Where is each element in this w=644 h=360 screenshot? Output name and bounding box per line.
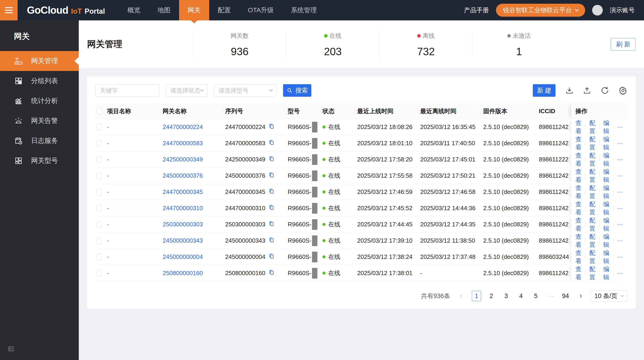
action-link[interactable]: 编辑: [603, 233, 610, 249]
action-link[interactable]: 编辑: [603, 184, 610, 200]
copy-icon[interactable]: [268, 204, 275, 212]
product-manual-link[interactable]: 产品手册: [464, 6, 489, 14]
project-name-link[interactable]: -: [107, 270, 109, 277]
more-actions-button[interactable]: ···: [617, 253, 623, 261]
project-name-link[interactable]: -: [107, 221, 109, 228]
page-button-4[interactable]: 4: [516, 291, 526, 301]
action-link[interactable]: 配置: [589, 184, 596, 200]
copy-icon[interactable]: [268, 139, 275, 147]
action-link[interactable]: 配置: [589, 135, 596, 151]
next-page-button[interactable]: [576, 291, 585, 301]
select-all-checkbox[interactable]: [97, 108, 102, 115]
more-actions-button[interactable]: ···: [617, 188, 623, 196]
collapse-sidebar-button[interactable]: [6, 344, 16, 354]
row-checkbox[interactable]: [97, 172, 102, 179]
copy-icon[interactable]: [268, 155, 275, 163]
sidebar-item-gateway-model[interactable]: 网关型号: [0, 151, 79, 171]
keyword-input[interactable]: [96, 84, 160, 97]
column-settings-gear-icon[interactable]: [618, 86, 627, 95]
action-link[interactable]: 配置: [589, 151, 596, 168]
gateway-name-link[interactable]: 244700000224: [162, 123, 203, 131]
action-link[interactable]: 查看: [576, 168, 582, 184]
nav-item-config[interactable]: 配置: [209, 0, 239, 21]
action-link[interactable]: 配置: [589, 119, 596, 135]
sidebar-item-statistics[interactable]: 统计分析: [0, 91, 79, 111]
row-checkbox[interactable]: [97, 189, 102, 195]
gateway-name-link[interactable]: 245000000376: [162, 172, 203, 179]
more-actions-button[interactable]: ···: [617, 205, 623, 212]
hamburger-menu-button[interactable]: [0, 0, 18, 21]
action-link[interactable]: 配置: [589, 249, 596, 265]
copy-icon[interactable]: [268, 269, 275, 277]
model-select[interactable]: 请选择型号: [214, 84, 276, 97]
action-link[interactable]: 查看: [576, 200, 582, 216]
status-select[interactable]: 请选择状态: [166, 84, 208, 97]
gateway-name-link[interactable]: 242500000349: [162, 156, 203, 163]
export-upload-icon[interactable]: [583, 86, 591, 95]
action-link[interactable]: 查看: [576, 249, 582, 265]
action-link[interactable]: 配置: [589, 200, 596, 216]
action-link[interactable]: 配置: [589, 233, 596, 249]
project-name-link[interactable]: -: [107, 188, 109, 196]
nav-item-overview[interactable]: 概览: [119, 0, 149, 21]
platform-selector[interactable]: 锐谷智联工业物联云平台: [496, 4, 585, 17]
copy-icon[interactable]: [268, 123, 275, 131]
action-link[interactable]: 查看: [576, 184, 582, 200]
action-link[interactable]: 查看: [576, 265, 582, 281]
sidebar-item-gateway-management[interactable]: 网关管理: [0, 51, 79, 71]
action-link[interactable]: 查看: [576, 119, 582, 135]
copy-icon[interactable]: [268, 172, 275, 180]
action-link[interactable]: 查看: [576, 135, 582, 151]
import-download-icon[interactable]: [565, 86, 574, 95]
gateway-name-link[interactable]: 244700000345: [162, 188, 203, 196]
more-actions-button[interactable]: ···: [617, 237, 623, 244]
page-size-select[interactable]: 10 条/页: [590, 290, 627, 302]
nav-item-gateway[interactable]: 网关: [179, 0, 209, 21]
row-checkbox[interactable]: [97, 140, 102, 147]
create-button[interactable]: 新 建: [533, 84, 556, 97]
avatar[interactable]: [592, 5, 603, 16]
row-checkbox[interactable]: [97, 270, 102, 276]
refresh-icon[interactable]: [600, 86, 609, 95]
action-link[interactable]: 编辑: [603, 200, 610, 216]
sidebar-item-log-service[interactable]: 日志服务: [0, 131, 79, 151]
gateway-name-link[interactable]: 250800000160: [162, 270, 203, 277]
gateway-name-link[interactable]: 245000000343: [162, 237, 203, 244]
refresh-button[interactable]: 刷 新: [611, 38, 636, 51]
project-name-link[interactable]: -: [107, 156, 109, 163]
page-ellipsis[interactable]: ···: [546, 291, 555, 301]
action-link[interactable]: 编辑: [603, 151, 610, 168]
more-actions-button[interactable]: ···: [617, 270, 623, 277]
action-link[interactable]: 编辑: [603, 135, 610, 151]
action-link[interactable]: 查看: [576, 216, 582, 233]
copy-icon[interactable]: [268, 220, 275, 229]
row-checkbox[interactable]: [97, 238, 102, 244]
project-name-link[interactable]: -: [107, 172, 109, 179]
prev-page-button[interactable]: [457, 291, 466, 301]
project-name-link[interactable]: -: [107, 123, 109, 131]
sidebar-item-gateway-alarm[interactable]: 网关告警: [0, 111, 79, 131]
copy-icon[interactable]: [268, 237, 275, 245]
copy-icon[interactable]: [268, 253, 275, 261]
more-actions-button[interactable]: ···: [617, 140, 623, 147]
action-link[interactable]: 配置: [589, 168, 596, 184]
more-actions-button[interactable]: ···: [617, 156, 623, 163]
more-actions-button[interactable]: ···: [617, 221, 623, 228]
action-link[interactable]: 配置: [589, 216, 596, 233]
sidebar-item-group-list[interactable]: 分组列表: [0, 71, 79, 91]
action-link[interactable]: 编辑: [603, 265, 610, 281]
action-link[interactable]: 编辑: [603, 249, 610, 265]
project-name-link[interactable]: -: [107, 205, 109, 212]
project-name-link[interactable]: -: [107, 140, 109, 147]
more-actions-button[interactable]: ···: [617, 172, 623, 179]
nav-item-system[interactable]: 系统管理: [282, 0, 326, 21]
row-checkbox[interactable]: [97, 156, 102, 163]
page-button-2[interactable]: 2: [487, 291, 496, 301]
page-button-1[interactable]: 1: [472, 291, 481, 301]
gateway-name-link[interactable]: 250300000303: [162, 221, 203, 228]
row-checkbox[interactable]: [97, 221, 102, 228]
project-name-link[interactable]: -: [107, 253, 109, 261]
action-link[interactable]: 编辑: [603, 119, 610, 135]
action-link[interactable]: 编辑: [603, 216, 610, 233]
page-button-5[interactable]: 5: [531, 291, 540, 301]
